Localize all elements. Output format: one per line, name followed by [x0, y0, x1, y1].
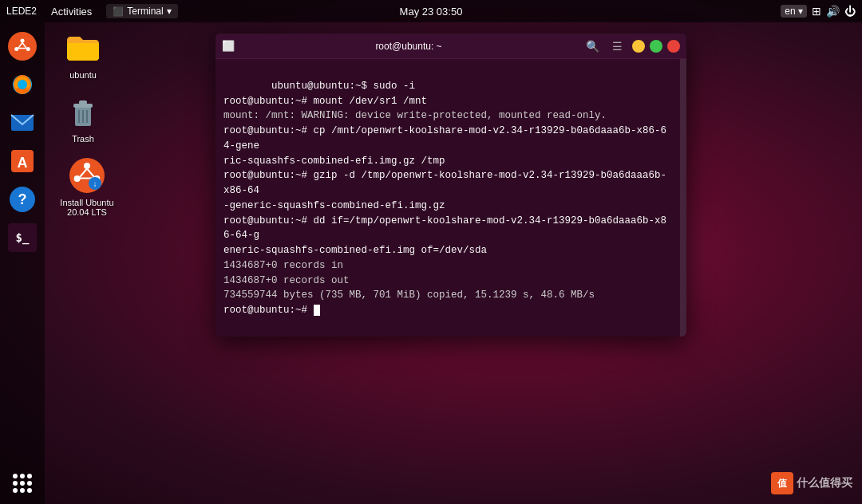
topbar-left: LEDE2 Activities ⬛ Terminal ▾	[6, 4, 178, 19]
input-lang: en	[785, 6, 795, 17]
terminal-menu-button[interactable]: ☰	[609, 38, 626, 54]
desktop: LEDE2 Activities ⬛ Terminal ▾ May 23 03:…	[0, 0, 862, 504]
watermark-text: 什么值得买	[797, 476, 852, 490]
svg-text:A: A	[18, 155, 28, 171]
terminal-dock-icon: $_	[8, 223, 37, 252]
lede-label: LEDE2	[6, 6, 37, 17]
svg-point-5	[18, 80, 27, 89]
ubuntu-logo-icon	[8, 32, 37, 61]
terminal-titlebar: ⬜ root@ubuntu: ~ 🔍 ☰ − □ ×	[216, 33, 686, 59]
minimize-button[interactable]: −	[632, 40, 645, 53]
terminal-search-button[interactable]: 🔍	[583, 38, 603, 54]
desktop-icon-trash[interactable]: Trash	[51, 93, 115, 144]
terminal-icon-small: ⬛	[113, 6, 124, 17]
maximize-button[interactable]: □	[650, 40, 662, 53]
trash-label: Trash	[72, 134, 94, 144]
terminal-content[interactable]: ubuntu@ubuntu:~$ sudo -i root@ubuntu:~# …	[216, 59, 680, 337]
input-arrow: ▾	[798, 6, 803, 17]
home-folder-label: ubuntu	[69, 70, 97, 80]
dock-item-terminal[interactable]: $_	[2, 220, 42, 255]
topbar-datetime: May 23 03:50	[400, 6, 463, 18]
power-icon[interactable]: ⏻	[844, 5, 856, 18]
folder-icon	[64, 29, 102, 67]
terminal-tab-label: Terminal	[127, 6, 163, 17]
terminal-title-icon: ⬜	[222, 40, 235, 52]
terminal-body: ubuntu@ubuntu:~$ sudo -i root@ubuntu:~# …	[216, 59, 686, 337]
titlebar-controls: − □ ×	[632, 40, 680, 53]
app-grid-button[interactable]	[8, 469, 37, 498]
svg-point-18	[84, 163, 90, 169]
input-indicator[interactable]: en ▾	[781, 5, 807, 18]
terminal-tab[interactable]: ⬛ Terminal ▾	[106, 4, 177, 18]
install-ubuntu-label: Install Ubuntu 20.04 LTS	[60, 198, 113, 217]
terminal-title: root@ubuntu: ~	[241, 41, 576, 52]
svg-point-1	[21, 39, 25, 43]
firefox-icon	[8, 70, 37, 99]
dock-item-appcenter[interactable]: A	[2, 144, 42, 179]
watermark-logo: 值	[771, 472, 793, 494]
svg-text:↓: ↓	[93, 179, 97, 188]
svg-rect-13	[79, 100, 87, 104]
svg-text:?: ?	[18, 191, 27, 207]
terminal-window: ⬜ root@ubuntu: ~ 🔍 ☰ − □ × ubuntu@ubuntu…	[216, 33, 686, 337]
trash-icon	[64, 93, 102, 131]
help-icon: ?	[8, 185, 37, 214]
network-icon[interactable]: ⊞	[812, 5, 821, 18]
desktop-icon-home[interactable]: ubuntu	[51, 29, 115, 80]
volume-icon[interactable]: 🔊	[826, 5, 840, 18]
dock-item-help[interactable]: ?	[2, 182, 42, 217]
activities-button[interactable]: Activities	[46, 4, 97, 19]
topbar: LEDE2 Activities ⬛ Terminal ▾ May 23 03:…	[0, 0, 862, 22]
watermark: 值 什么值得买	[771, 472, 852, 494]
terminal-tab-arrow: ▾	[167, 6, 172, 17]
dock-item-firefox[interactable]	[2, 67, 42, 102]
desktop-icon-install[interactable]: ↓ Install Ubuntu 20.04 LTS	[51, 156, 123, 217]
desktop-icons: ubuntu Trash	[51, 29, 123, 217]
app-grid-icon	[13, 474, 32, 493]
topbar-right: en ▾ ⊞ 🔊 ⏻	[781, 5, 856, 18]
dock: A ? $_	[0, 22, 45, 504]
appcenter-icon: A	[8, 147, 37, 175]
terminal-scrollbar[interactable]	[680, 59, 686, 337]
dock-item-ubuntu[interactable]	[2, 29, 42, 64]
close-button[interactable]: ×	[667, 40, 680, 53]
install-ubuntu-icon: ↓	[68, 156, 106, 195]
dock-item-mail[interactable]	[2, 105, 42, 140]
mail-icon	[8, 108, 37, 137]
